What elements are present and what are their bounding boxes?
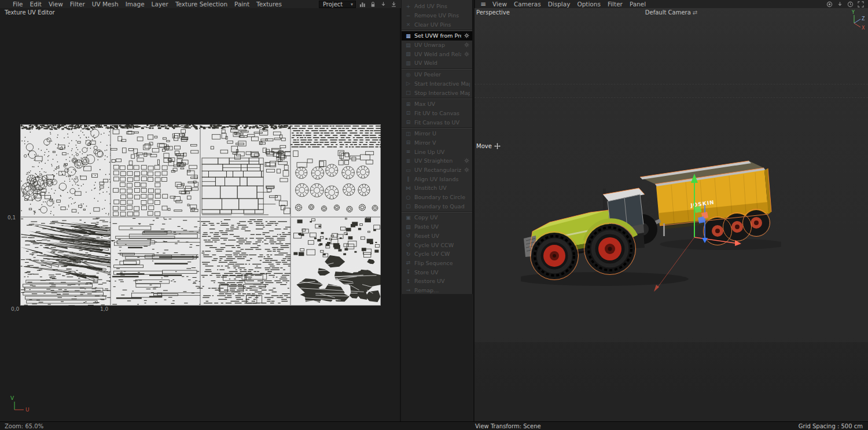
uv-panel-item-start-interactive-mapping[interactable]: ▷Start Interactive Mapping [402, 79, 472, 89]
tool-status: Move [476, 143, 501, 149]
uv-panel-item-label: Mirror V [414, 139, 470, 146]
vehicle-model[interactable]: JOSKIN [521, 156, 781, 307]
uv-panel-item-label: Line Up UV [414, 149, 470, 155]
uv-panel-item-mirror-u[interactable]: ◫Mirror U [402, 129, 472, 138]
fit-canvas-icon: ⊟ [405, 119, 411, 125]
uv-commands-list: +Add UV Pins−Remove UV Pins×Clear UV Pin… [402, 2, 472, 295]
uv-panel-item-set-uvw-from-projection[interactable]: ▦Set UVW from Projection [402, 31, 472, 41]
peeler-icon: ◎ [405, 72, 411, 78]
uv-panel-item-line-up-uv[interactable]: ≡Line Up UV [402, 147, 472, 156]
uv-editor-title: Texture UV Editor [5, 9, 55, 16]
gear-icon[interactable] [464, 158, 470, 163]
menu-image[interactable]: Image [122, 1, 148, 8]
uv-panel-item-max-uv[interactable]: ⊞Max UV [402, 100, 472, 109]
viewport-3d[interactable]: Perspective Default Camera⇄ Move Y Z X [475, 0, 868, 422]
viewport-camera-name[interactable]: Default Camera⇄ [475, 9, 868, 16]
uv-panel-item-remove-uv-pins[interactable]: −Remove UV Pins [402, 11, 472, 20]
uv-panel-item-label: Reset UV [414, 233, 470, 239]
app-root: Texture UV Editor 0,1 0,0 1,0 V U FileEd… [0, 0, 868, 430]
uv-panel-item-remap[interactable]: →Remap... [402, 286, 472, 295]
render-icon[interactable] [826, 1, 833, 8]
weld-relax-icon: ▧ [405, 51, 411, 57]
uv-panel-item-uv-straighten[interactable]: ≣UV Straighten [402, 156, 472, 166]
menu-file[interactable]: File [9, 1, 27, 8]
chevron-down-icon: ▾ [351, 2, 353, 7]
menu-edit[interactable]: Edit [27, 1, 45, 8]
gear-icon[interactable] [464, 52, 470, 57]
menu-uv-mesh[interactable]: UV Mesh [89, 1, 122, 8]
flip-icon: ⇄ [405, 260, 411, 266]
uv-panel-item-label: Cycle UV CW [414, 251, 470, 257]
uv-panel-item-unstitch-uv[interactable]: ⋈Unstitch UV [402, 183, 472, 193]
histogram-icon[interactable] [359, 1, 366, 8]
uv-panel-item-add-uv-pins[interactable]: +Add UV Pins [402, 2, 472, 11]
uv-panel-item-label: Add UV Pins [414, 3, 470, 9]
fit-uv-icon: ⊡ [405, 110, 411, 116]
uv-panel-item-stop-interactive-mapping[interactable]: □Stop Interactive Mapping [402, 88, 472, 97]
arrow-down-icon[interactable] [836, 1, 844, 8]
uv-panel-item-cycle-uv-cw[interactable]: ↻Cycle UV CW [402, 249, 472, 259]
menu-textures[interactable]: Textures [253, 1, 285, 8]
uv-panel-item-boundary-to-circle[interactable]: ○Boundary to Circle [402, 193, 472, 202]
hamburger-icon[interactable]: ≡ [477, 0, 489, 8]
project-dropdown[interactable]: Project ▾ [319, 1, 356, 8]
uv-panel-item-paste-uv[interactable]: ▤Paste UV [402, 222, 472, 231]
uv-panel-item-reset-uv[interactable]: ↺Reset UV [402, 231, 472, 241]
uv-panel-item-copy-uv[interactable]: ▣Copy UV [402, 213, 472, 222]
uv-panel-item-label: Set UVW from Projection [414, 32, 461, 39]
uv-panel-item-boundary-to-quad[interactable]: ▢Boundary to Quad [402, 201, 472, 211]
vp-menu-cameras[interactable]: Cameras [510, 1, 545, 8]
straighten-icon: ≣ [405, 158, 411, 164]
uv-panel-item-label: Unstitch UV [414, 185, 470, 191]
z-axis-label: Z [862, 16, 865, 21]
uv-panel-item-mirror-v[interactable]: ⊟Mirror V [402, 138, 472, 148]
uv-panel-item-label: UV Rectangularize [414, 167, 461, 173]
uv-editor-menubar: FileEditViewFilterUV MeshImageLayerTextu… [0, 0, 401, 8]
import-icon[interactable] [390, 1, 398, 8]
uv-panel-item-cycle-uv-ccw[interactable]: ↺Cycle UV CCW [402, 240, 472, 249]
camera-swap-icon[interactable]: ⇄ [693, 9, 697, 16]
menu-paint[interactable]: Paint [231, 1, 253, 8]
vp-menu-display[interactable]: Display [545, 1, 574, 8]
menu-view[interactable]: View [45, 1, 67, 8]
gear-icon[interactable] [464, 42, 470, 47]
menu-texture-selection[interactable]: Texture Selection [172, 1, 231, 8]
arrow-down-icon[interactable] [380, 1, 387, 8]
uv-panel-item-uv-rectangularize[interactable]: ▭UV Rectangularize [402, 166, 472, 175]
menu-filter[interactable]: Filter [67, 1, 89, 8]
vp-menu-options[interactable]: Options [573, 1, 604, 8]
uv-panel-item-uv-weld[interactable]: ▥UV Weld [402, 58, 472, 68]
store-icon: ↧ [405, 269, 411, 275]
uv-panel-item-restore-uv[interactable]: ↥Restore UV [402, 277, 472, 286]
panel-separator [402, 127, 472, 129]
trailer[interactable]: JOSKIN [640, 161, 771, 244]
uv-panel-item-clear-uv-pins[interactable]: ×Clear UV Pins [402, 20, 472, 29]
vp-menu-view[interactable]: View [489, 1, 510, 8]
uv-panel-item-store-uv[interactable]: ↧Store UV [402, 267, 472, 277]
uv-panel-item-uv-peeler[interactable]: ◎UV Peeler [402, 70, 472, 79]
uv-panel-item-uv-weld-and-relax[interactable]: ▧UV Weld and Relax [402, 49, 472, 58]
uv-panel-item-fit-uv-to-canvas[interactable]: ⊡Fit UV to Canvas [402, 109, 472, 118]
vp-menu-filter[interactable]: Filter [604, 1, 626, 8]
pin-remove-icon: − [405, 13, 411, 19]
tractor[interactable] [524, 188, 657, 279]
layout-frame-icon[interactable] [857, 1, 865, 8]
history-icon[interactable] [847, 1, 854, 8]
uv-panel-item-label: Paste UV [414, 223, 470, 230]
align-icon: ∥ [405, 176, 411, 182]
uv-panel-item-fit-canvas-to-uv[interactable]: ⊟Fit Canvas to UV [402, 117, 472, 127]
uv-panel-item-uv-unwrap[interactable]: ▤UV Unwrap [402, 41, 472, 50]
vp-menu-panel[interactable]: Panel [626, 1, 649, 8]
view-transform-status: View Transform: Scene [475, 423, 541, 429]
uv-panel-item-flip-sequence[interactable]: ⇄Flip Sequence [402, 259, 472, 268]
uv-panel-item-label: Cycle UV CCW [414, 242, 470, 248]
lock-icon[interactable] [369, 1, 377, 8]
reset-icon: ↺ [405, 233, 411, 238]
uv-panel-item-align-uv-islands[interactable]: ∥Align UV Islands [402, 174, 472, 183]
uv-canvas[interactable] [20, 124, 381, 306]
pane-divider[interactable] [473, 0, 475, 430]
menu-layer[interactable]: Layer [148, 1, 172, 8]
gear-icon[interactable] [464, 33, 470, 38]
gear-icon[interactable] [464, 167, 470, 172]
uv-panel-item-label: Restore UV [414, 278, 470, 284]
